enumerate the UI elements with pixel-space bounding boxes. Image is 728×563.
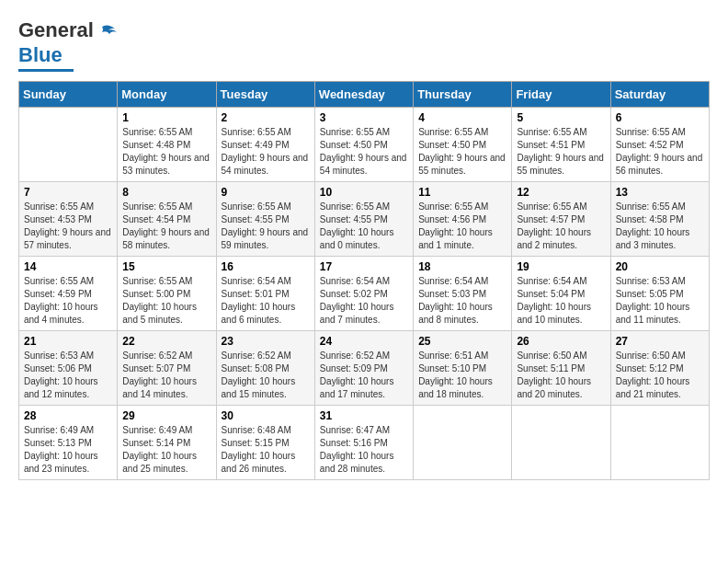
calendar-cell [512, 405, 610, 479]
day-header-friday: Friday [512, 81, 610, 107]
day-number: 13 [616, 186, 704, 199]
calendar-week-4: 21Sunrise: 6:53 AMSunset: 5:06 PMDayligh… [19, 330, 710, 405]
day-info: Sunrise: 6:55 AMSunset: 4:52 PMDaylight:… [616, 126, 704, 178]
calendar-cell: 21Sunrise: 6:53 AMSunset: 5:06 PMDayligh… [19, 330, 118, 405]
day-info: Sunrise: 6:54 AMSunset: 5:02 PMDaylight:… [320, 275, 408, 327]
day-info: Sunrise: 6:55 AMSunset: 4:59 PMDaylight:… [24, 275, 112, 327]
logo-underline [18, 69, 74, 72]
day-info: Sunrise: 6:55 AMSunset: 4:50 PMDaylight:… [320, 126, 408, 178]
day-info: Sunrise: 6:53 AMSunset: 5:06 PMDaylight:… [24, 350, 112, 401]
day-number: 28 [24, 409, 112, 422]
day-info: Sunrise: 6:49 AMSunset: 5:13 PMDaylight:… [24, 424, 112, 476]
calendar-cell: 14Sunrise: 6:55 AMSunset: 4:59 PMDayligh… [19, 256, 118, 330]
day-header-wednesday: Wednesday [314, 81, 413, 107]
day-info: Sunrise: 6:54 AMSunset: 5:01 PMDaylight:… [222, 275, 310, 327]
logo-general: General [18, 18, 94, 41]
calendar-cell: 10Sunrise: 6:55 AMSunset: 4:55 PMDayligh… [314, 181, 413, 256]
logo: General Blue [18, 18, 119, 72]
calendar-cell: 30Sunrise: 6:48 AMSunset: 5:15 PMDayligh… [216, 405, 314, 479]
day-header-sunday: Sunday [19, 81, 118, 107]
day-info: Sunrise: 6:47 AMSunset: 5:16 PMDaylight:… [320, 424, 408, 476]
day-info: Sunrise: 6:55 AMSunset: 4:55 PMDaylight:… [320, 201, 408, 252]
calendar-cell: 16Sunrise: 6:54 AMSunset: 5:01 PMDayligh… [216, 256, 314, 330]
calendar-week-2: 7Sunrise: 6:55 AMSunset: 4:53 PMDaylight… [19, 181, 710, 256]
day-number: 23 [222, 335, 310, 348]
day-number: 22 [122, 335, 210, 348]
day-info: Sunrise: 6:55 AMSunset: 4:54 PMDaylight:… [122, 201, 210, 252]
day-info: Sunrise: 6:51 AMSunset: 5:10 PMDaylight:… [418, 350, 506, 401]
calendar-cell: 5Sunrise: 6:55 AMSunset: 4:51 PMDaylight… [512, 107, 610, 181]
day-number: 21 [24, 335, 112, 348]
day-number: 18 [418, 260, 506, 273]
day-number: 29 [122, 409, 210, 422]
day-number: 11 [418, 186, 506, 199]
day-info: Sunrise: 6:55 AMSunset: 4:51 PMDaylight:… [517, 126, 605, 178]
calendar-cell: 2Sunrise: 6:55 AMSunset: 4:49 PMDaylight… [216, 107, 314, 181]
day-number: 25 [418, 335, 506, 348]
calendar-cell: 6Sunrise: 6:55 AMSunset: 4:52 PMDaylight… [610, 107, 709, 181]
day-info: Sunrise: 6:55 AMSunset: 4:49 PMDaylight:… [222, 126, 310, 178]
logo-blue: Blue [18, 43, 63, 66]
calendar-cell: 24Sunrise: 6:52 AMSunset: 5:09 PMDayligh… [314, 330, 413, 405]
calendar-cell: 11Sunrise: 6:55 AMSunset: 4:56 PMDayligh… [414, 181, 512, 256]
calendar-cell: 25Sunrise: 6:51 AMSunset: 5:10 PMDayligh… [414, 330, 512, 405]
day-number: 2 [222, 111, 310, 124]
calendar-cell: 23Sunrise: 6:52 AMSunset: 5:08 PMDayligh… [216, 330, 314, 405]
calendar-cell: 26Sunrise: 6:50 AMSunset: 5:11 PMDayligh… [512, 330, 610, 405]
day-number: 10 [320, 186, 408, 199]
day-info: Sunrise: 6:54 AMSunset: 5:04 PMDaylight:… [517, 275, 605, 327]
calendar-cell: 9Sunrise: 6:55 AMSunset: 4:55 PMDaylight… [216, 181, 314, 256]
day-number: 20 [616, 260, 704, 273]
day-number: 27 [616, 335, 704, 348]
day-number: 19 [517, 260, 605, 273]
day-number: 16 [222, 260, 310, 273]
day-header-monday: Monday [118, 81, 216, 107]
calendar-cell [610, 405, 709, 479]
day-number: 12 [517, 186, 605, 199]
day-info: Sunrise: 6:55 AMSunset: 4:56 PMDaylight:… [418, 201, 506, 252]
day-info: Sunrise: 6:55 AMSunset: 4:57 PMDaylight:… [517, 201, 605, 252]
calendar-cell: 28Sunrise: 6:49 AMSunset: 5:13 PMDayligh… [19, 405, 118, 479]
calendar-cell [19, 107, 118, 181]
logo-text: General [18, 18, 119, 43]
day-info: Sunrise: 6:55 AMSunset: 4:48 PMDaylight:… [122, 126, 210, 178]
day-number: 17 [320, 260, 408, 273]
calendar-cell: 4Sunrise: 6:55 AMSunset: 4:50 PMDaylight… [414, 107, 512, 181]
page-header: General Blue [18, 18, 710, 72]
day-info: Sunrise: 6:50 AMSunset: 5:11 PMDaylight:… [517, 350, 605, 401]
day-info: Sunrise: 6:55 AMSunset: 4:58 PMDaylight:… [616, 201, 704, 252]
day-number: 4 [418, 111, 506, 124]
day-info: Sunrise: 6:53 AMSunset: 5:05 PMDaylight:… [616, 275, 704, 327]
day-info: Sunrise: 6:55 AMSunset: 4:50 PMDaylight:… [418, 126, 506, 178]
calendar-cell: 27Sunrise: 6:50 AMSunset: 5:12 PMDayligh… [610, 330, 709, 405]
calendar-cell: 20Sunrise: 6:53 AMSunset: 5:05 PMDayligh… [610, 256, 709, 330]
day-number: 31 [320, 409, 408, 422]
day-info: Sunrise: 6:55 AMSunset: 4:55 PMDaylight:… [222, 201, 310, 252]
day-number: 1 [122, 111, 210, 124]
calendar-cell: 29Sunrise: 6:49 AMSunset: 5:14 PMDayligh… [118, 405, 216, 479]
calendar-cell: 17Sunrise: 6:54 AMSunset: 5:02 PMDayligh… [314, 256, 413, 330]
calendar-cell: 7Sunrise: 6:55 AMSunset: 4:53 PMDaylight… [19, 181, 118, 256]
day-number: 8 [122, 186, 210, 199]
day-number: 5 [517, 111, 605, 124]
calendar-cell: 3Sunrise: 6:55 AMSunset: 4:50 PMDaylight… [314, 107, 413, 181]
day-info: Sunrise: 6:52 AMSunset: 5:07 PMDaylight:… [122, 350, 210, 401]
logo-bird-icon [95, 23, 119, 43]
calendar-cell: 22Sunrise: 6:52 AMSunset: 5:07 PMDayligh… [118, 330, 216, 405]
day-number: 7 [24, 186, 112, 199]
calendar-cell: 31Sunrise: 6:47 AMSunset: 5:16 PMDayligh… [314, 405, 413, 479]
day-number: 15 [122, 260, 210, 273]
day-header-thursday: Thursday [414, 81, 512, 107]
day-number: 26 [517, 335, 605, 348]
day-info: Sunrise: 6:50 AMSunset: 5:12 PMDaylight:… [616, 350, 704, 401]
day-number: 6 [616, 111, 704, 124]
day-number: 9 [222, 186, 310, 199]
day-number: 30 [222, 409, 310, 422]
day-header-tuesday: Tuesday [216, 81, 314, 107]
calendar-week-1: 1Sunrise: 6:55 AMSunset: 4:48 PMDaylight… [19, 107, 710, 181]
day-number: 3 [320, 111, 408, 124]
calendar-week-3: 14Sunrise: 6:55 AMSunset: 4:59 PMDayligh… [19, 256, 710, 330]
calendar-table: SundayMondayTuesdayWednesdayThursdayFrid… [18, 81, 710, 480]
calendar-cell: 1Sunrise: 6:55 AMSunset: 4:48 PMDaylight… [118, 107, 216, 181]
day-info: Sunrise: 6:55 AMSunset: 5:00 PMDaylight:… [122, 275, 210, 327]
